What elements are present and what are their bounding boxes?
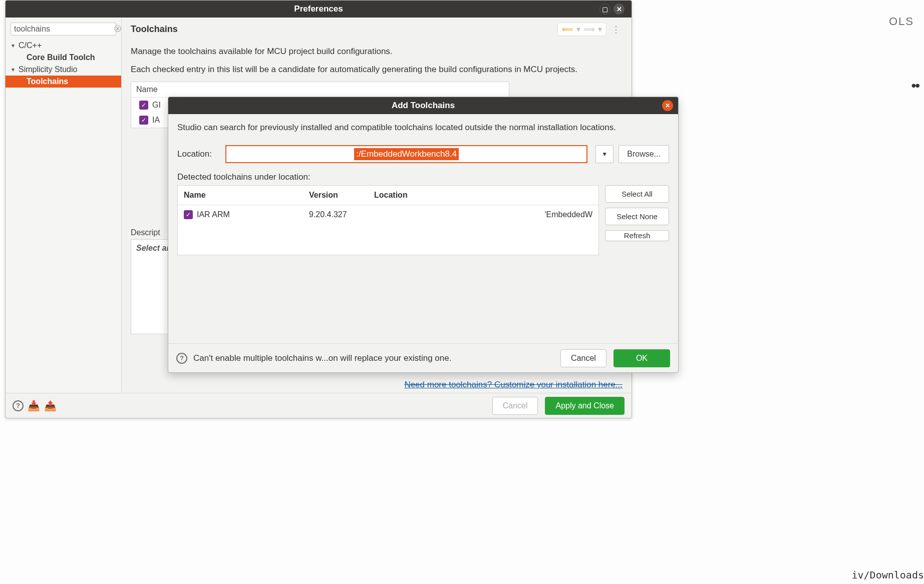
description-placeholder: Select ar xyxy=(136,244,170,252)
bg-kebab-icon: •• xyxy=(911,78,919,94)
detected-name: IAR ARM xyxy=(197,210,230,219)
help-icon[interactable]: ? xyxy=(176,353,187,364)
tree-item-core-build[interactable]: Core Build Toolch xyxy=(6,52,121,64)
back-menu-icon[interactable]: ▾ xyxy=(575,25,581,34)
help-icon[interactable]: ? xyxy=(13,400,24,411)
detected-version: 9.20.4.327 xyxy=(303,205,368,224)
maximize-button[interactable]: ▢ xyxy=(599,4,610,15)
location-dropdown-button[interactable]: ▼ xyxy=(595,145,613,163)
tree-label: C/C++ xyxy=(19,41,42,50)
tree-label: Toolchains xyxy=(27,77,68,86)
detected-location: 'EmbeddedW xyxy=(368,205,598,224)
detected-row[interactable]: ✓ IAR ARM 9.20.4.327 'EmbeddedW xyxy=(178,205,598,224)
bg-path-text: iv/Downloads xyxy=(852,569,925,581)
kebab-menu-icon[interactable]: ⋮ xyxy=(609,24,623,35)
tree-label: Core Build Toolch xyxy=(27,53,95,62)
detected-table: Name Version Location ✓ IAR ARM 9.20.4.3… xyxy=(177,185,599,255)
add-toolchains-dialog: Add Toolchains ✕ Studio can search for p… xyxy=(168,97,679,373)
close-button[interactable]: ✕ xyxy=(613,4,625,15)
checkbox-checked-icon[interactable]: ✓ xyxy=(139,116,148,125)
select-all-button[interactable]: Select All xyxy=(605,185,669,203)
forward-menu-icon[interactable]: ▾ xyxy=(597,25,603,34)
bg-text-ols: OLS xyxy=(889,15,914,28)
toolchain-name: GI xyxy=(152,101,161,110)
tree-label: Simplicity Studio xyxy=(19,65,77,74)
search-field-wrap[interactable]: ⓧ xyxy=(11,23,116,36)
location-input[interactable]: :/EmbeddedWorkbench8.4 xyxy=(225,145,587,163)
detected-table-header: Name Version Location xyxy=(178,186,598,205)
location-value: :/EmbeddedWorkbench8.4 xyxy=(354,148,459,160)
caret-down-icon: ▾ xyxy=(12,42,17,49)
location-label: Location: xyxy=(177,149,220,159)
refresh-button[interactable]: Refresh xyxy=(605,230,669,241)
close-dialog-button[interactable]: ✕ xyxy=(662,100,673,111)
cancel-button[interactable]: Cancel xyxy=(560,349,606,367)
tree-item-simplicity-studio[interactable]: ▾ Simplicity Studio xyxy=(6,64,121,76)
preferences-titlebar: Preferences ▢ ✕ xyxy=(6,1,632,18)
export-icon[interactable]: 📤 xyxy=(44,400,57,412)
search-input[interactable] xyxy=(14,25,114,34)
detected-label: Detected toolchains under location: xyxy=(177,172,669,182)
forward-icon[interactable]: ⟹ xyxy=(582,25,596,34)
caret-down-icon: ▾ xyxy=(12,66,17,73)
apply-and-close-button[interactable]: Apply and Close xyxy=(545,397,625,415)
checkbox-checked-icon[interactable]: ✓ xyxy=(139,101,148,110)
panel-title: Toolchains xyxy=(131,24,178,35)
select-none-button[interactable]: Select None xyxy=(605,208,669,225)
preferences-sidebar: ⓧ ▾ C/C++ Core Build Toolch ▾ Simplicity… xyxy=(6,18,122,393)
add-toolchains-description: Studio can search for previously install… xyxy=(177,121,669,134)
preferences-title: Preferences xyxy=(294,4,343,14)
back-icon[interactable]: ⟸ xyxy=(561,25,574,34)
panel-description-2: Each checked entry in this list will be … xyxy=(131,63,623,76)
col-location[interactable]: Location xyxy=(368,186,598,205)
cancel-button[interactable]: Cancel xyxy=(492,397,538,415)
col-version[interactable]: Version xyxy=(303,186,368,205)
history-nav: ⟸ ▾ ⟹ ▾ xyxy=(557,23,606,36)
add-toolchains-title: Add Toolchains xyxy=(392,101,455,111)
checkbox-checked-icon[interactable]: ✓ xyxy=(184,210,193,219)
toolchain-name-header[interactable]: Name xyxy=(131,82,509,98)
clear-search-icon[interactable]: ⓧ xyxy=(114,25,121,34)
browse-button[interactable]: Browse... xyxy=(619,145,669,163)
panel-description-1: Manage the toolchains available for MCU … xyxy=(131,45,623,58)
add-toolchains-bottom-bar: ? Can't enable multiple toolchains w...o… xyxy=(168,343,678,372)
col-name[interactable]: Name xyxy=(178,186,303,205)
tree-item-toolchains[interactable]: Toolchains xyxy=(6,76,121,88)
toolchain-name: IA xyxy=(152,116,160,125)
browse-label: Browse... xyxy=(627,150,661,159)
ok-button[interactable]: OK xyxy=(613,349,670,367)
add-toolchains-titlebar: Add Toolchains ✕ xyxy=(168,97,678,114)
preferences-bottom-bar: ? 📥 📤 Cancel Apply and Close xyxy=(6,393,632,418)
warning-text: Can't enable multiple toolchains w...on … xyxy=(193,353,451,363)
import-icon[interactable]: 📥 xyxy=(28,400,40,412)
tree-item-cpp[interactable]: ▾ C/C++ xyxy=(6,40,121,52)
need-more-toolchains-link[interactable]: Need more toolchains? Customize your ins… xyxy=(404,380,623,390)
